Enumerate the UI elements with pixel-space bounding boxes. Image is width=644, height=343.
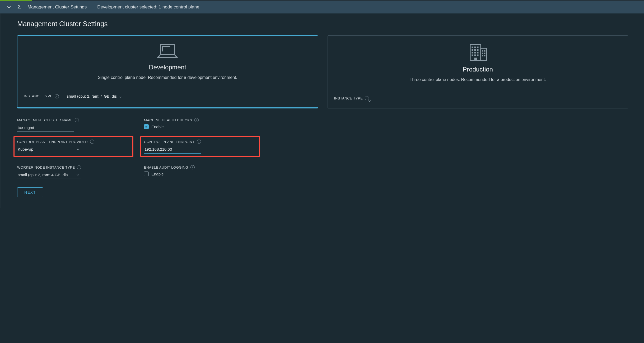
info-icon[interactable]: i	[77, 165, 81, 169]
control-plane-endpoint-input[interactable]	[144, 146, 201, 154]
svg-rect-15	[474, 58, 477, 60]
step-summary: Development cluster selected: 1 node con…	[97, 4, 199, 10]
svg-rect-14	[477, 55, 478, 56]
dev-card-description: Single control plane node. Recommended f…	[24, 75, 311, 80]
building-icon	[334, 43, 622, 62]
info-icon[interactable]: i	[197, 140, 201, 144]
svg-rect-13	[474, 55, 476, 56]
svg-rect-4	[474, 47, 476, 48]
audit-enable-checkbox[interactable]	[144, 172, 149, 176]
svg-rect-17	[484, 50, 485, 51]
svg-rect-5	[477, 47, 478, 48]
prod-instance-type-label: INSTANCE TYPE i	[334, 96, 369, 100]
info-icon[interactable]: i	[190, 165, 195, 169]
audit-logging-field: ENABLE AUDIT LOGGING i Enable	[144, 165, 260, 179]
info-icon[interactable]: i	[194, 118, 199, 122]
dev-instance-type-label: INSTANCE TYPE i	[24, 94, 59, 98]
control-plane-provider-select[interactable]: Kube-vip	[17, 146, 81, 153]
info-icon[interactable]: i	[90, 140, 94, 144]
info-icon[interactable]: i	[55, 94, 59, 98]
worker-instance-type-select[interactable]: small (cpu: 2, ram: 4 GB, dis	[17, 172, 81, 179]
svg-rect-12	[472, 55, 473, 56]
cluster-name-input[interactable]	[17, 124, 74, 132]
svg-rect-19	[484, 53, 485, 54]
prod-card-title: Production	[334, 66, 622, 73]
svg-rect-18	[482, 53, 483, 54]
prod-card-description: Three control plane nodes. Recommended f…	[334, 77, 622, 82]
worker-instance-type-field: WORKER NODE INSTANCE TYPE i small (cpu: …	[17, 165, 133, 179]
svg-rect-8	[477, 49, 478, 51]
svg-rect-11	[477, 52, 478, 53]
chevron-down-icon[interactable]	[7, 5, 11, 9]
info-icon[interactable]: i	[75, 118, 79, 122]
control-plane-provider-field: CONTROL PLANE ENDPOINT PROVIDER i Kube-v…	[13, 136, 133, 157]
info-icon[interactable]: i	[365, 96, 369, 100]
svg-rect-20	[482, 55, 483, 56]
svg-rect-21	[484, 55, 485, 56]
dev-card-title: Development	[24, 64, 311, 71]
svg-rect-16	[482, 50, 483, 51]
machine-health-checks-field: MACHINE HEALTH CHECKS i Enable	[144, 118, 260, 132]
svg-rect-2	[481, 48, 487, 60]
step-header[interactable]: 2. Management Cluster Settings Developme…	[0, 1, 644, 13]
svg-rect-7	[474, 49, 476, 51]
step-number: 2.	[17, 4, 21, 10]
laptop-icon	[24, 43, 311, 60]
cluster-name-field: MANAGEMENT CLUSTER NAME i	[17, 118, 133, 132]
svg-rect-10	[474, 52, 476, 53]
development-card[interactable]: Development Single control plane node. R…	[17, 35, 318, 108]
next-button[interactable]: NEXT	[17, 187, 43, 197]
production-card[interactable]: Production Three control plane nodes. Re…	[328, 35, 628, 108]
control-plane-endpoint-field: CONTROL PLANE ENDPOINT i	[140, 136, 260, 157]
svg-rect-9	[472, 52, 473, 53]
mhc-enable-checkbox[interactable]	[144, 124, 149, 129]
dev-instance-type-select[interactable]: small (cpu: 2, ram: 4 GB, dis	[66, 94, 123, 98]
svg-rect-6	[472, 49, 473, 51]
page-title: Management Cluster Settings	[17, 20, 628, 28]
svg-rect-3	[472, 47, 473, 48]
step-title: Management Cluster Settings	[27, 4, 87, 10]
